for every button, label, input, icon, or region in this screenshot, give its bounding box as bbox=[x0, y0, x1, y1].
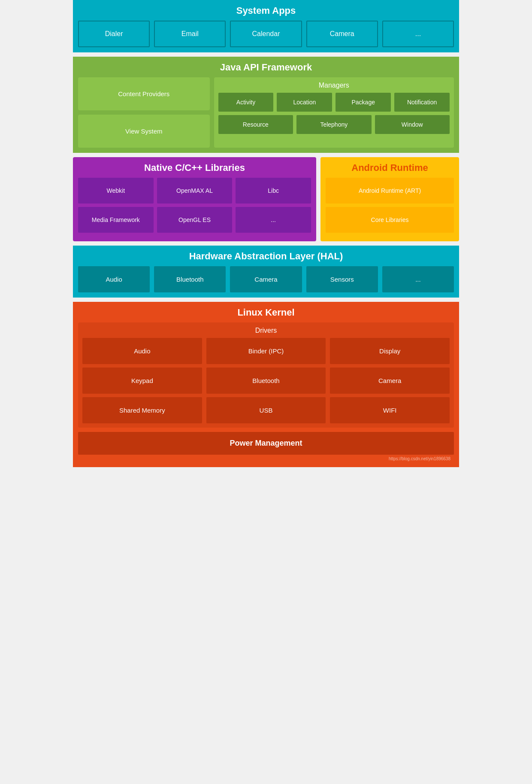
java-api-content: Content Providers View System Managers A… bbox=[78, 77, 454, 148]
list-item: ... bbox=[382, 266, 454, 292]
managers-row-1: Activity Location Package Notification bbox=[218, 93, 450, 112]
list-item: Media Framework bbox=[78, 207, 154, 233]
list-item: ... bbox=[382, 21, 454, 47]
drivers-section: Drivers Audio Binder (IPC) Display Keypa… bbox=[78, 322, 454, 428]
list-item: USB bbox=[206, 397, 326, 423]
list-item: Display bbox=[330, 338, 450, 364]
hal-layer: Hardware Abstraction Layer (HAL) Audio B… bbox=[73, 246, 459, 298]
list-item: Binder (IPC) bbox=[206, 338, 326, 364]
list-item: Package bbox=[336, 93, 391, 112]
list-item: Activity bbox=[218, 93, 274, 112]
drivers-row-2: Keypad Bluetooth Camera bbox=[82, 368, 450, 394]
watermark: https://blog.csdn.net/yin1896638 bbox=[78, 455, 454, 462]
system-apps-title: System Apps bbox=[78, 5, 454, 16]
list-item: WIFI bbox=[330, 397, 450, 423]
list-item: OpenGL ES bbox=[157, 207, 233, 233]
java-api-title: Java API Framework bbox=[78, 62, 454, 73]
list-item: Camera bbox=[330, 368, 450, 394]
drivers-row-1: Audio Binder (IPC) Display bbox=[82, 338, 450, 364]
java-api-left: Content Providers View System bbox=[78, 77, 210, 148]
native-row-1: Webkit OpenMAX AL Libc bbox=[78, 178, 311, 204]
list-item: Audio bbox=[78, 266, 150, 292]
list-item: ... bbox=[236, 207, 311, 233]
list-item: Telephony bbox=[296, 115, 371, 134]
list-item: Audio bbox=[82, 338, 202, 364]
list-item: Location bbox=[277, 93, 332, 112]
hal-grid: Audio Bluetooth Camera Sensors ... bbox=[78, 266, 454, 292]
drivers-title: Drivers bbox=[82, 327, 450, 334]
art-cell: Android Runtime (ART) bbox=[326, 178, 454, 204]
list-item: Libc bbox=[236, 178, 311, 204]
native-runtime-row: Native C/C++ Libraries Webkit OpenMAX AL… bbox=[73, 157, 459, 241]
list-item: Camera bbox=[230, 266, 302, 292]
list-item: Shared Memory bbox=[82, 397, 202, 423]
list-item: Bluetooth bbox=[206, 368, 326, 394]
drivers-row-3: Shared Memory USB WIFI bbox=[82, 397, 450, 423]
core-libraries-cell: Core Libraries bbox=[326, 207, 454, 233]
managers-section: Managers Activity Location Package Notif… bbox=[214, 77, 454, 148]
list-item: Camera bbox=[306, 21, 378, 47]
linux-kernel-title: Linux Kernel bbox=[78, 307, 454, 318]
native-cpp-layer: Native C/C++ Libraries Webkit OpenMAX AL… bbox=[73, 157, 316, 241]
list-item: Keypad bbox=[82, 368, 202, 394]
native-row-2: Media Framework OpenGL ES ... bbox=[78, 207, 311, 233]
native-cpp-title: Native C/C++ Libraries bbox=[78, 162, 311, 173]
list-item: Sensors bbox=[306, 266, 378, 292]
linux-kernel-layer: Linux Kernel Drivers Audio Binder (IPC) … bbox=[73, 302, 459, 467]
list-item: Calendar bbox=[230, 21, 302, 47]
system-apps-grid: Dialer Email Calendar Camera ... bbox=[78, 21, 454, 47]
content-providers-cell: Content Providers bbox=[78, 77, 210, 110]
native-grid: Webkit OpenMAX AL Libc Media Framework O… bbox=[78, 178, 311, 233]
list-item: Email bbox=[154, 21, 226, 47]
list-item: Resource bbox=[218, 115, 293, 134]
managers-row-2: Resource Telephony Window bbox=[218, 115, 450, 134]
managers-grid: Activity Location Package Notification R… bbox=[218, 93, 450, 134]
list-item: Notification bbox=[394, 93, 450, 112]
power-management-cell: Power Management bbox=[78, 432, 454, 455]
drivers-grid: Audio Binder (IPC) Display Keypad Blueto… bbox=[82, 338, 450, 423]
hal-title: Hardware Abstraction Layer (HAL) bbox=[78, 251, 454, 262]
list-item: Webkit bbox=[78, 178, 154, 204]
list-item: OpenMAX AL bbox=[157, 178, 233, 204]
list-item: Window bbox=[375, 115, 450, 134]
list-item: Bluetooth bbox=[154, 266, 226, 292]
list-item: Dialer bbox=[78, 21, 150, 47]
system-apps-layer: System Apps Dialer Email Calendar Camera… bbox=[73, 0, 459, 52]
managers-title: Managers bbox=[218, 82, 450, 89]
java-api-layer: Java API Framework Content Providers Vie… bbox=[73, 57, 459, 153]
view-system-cell: View System bbox=[78, 115, 210, 148]
android-runtime-layer: Android Runtime Android Runtime (ART) Co… bbox=[320, 157, 459, 241]
android-runtime-title: Android Runtime bbox=[326, 162, 454, 173]
